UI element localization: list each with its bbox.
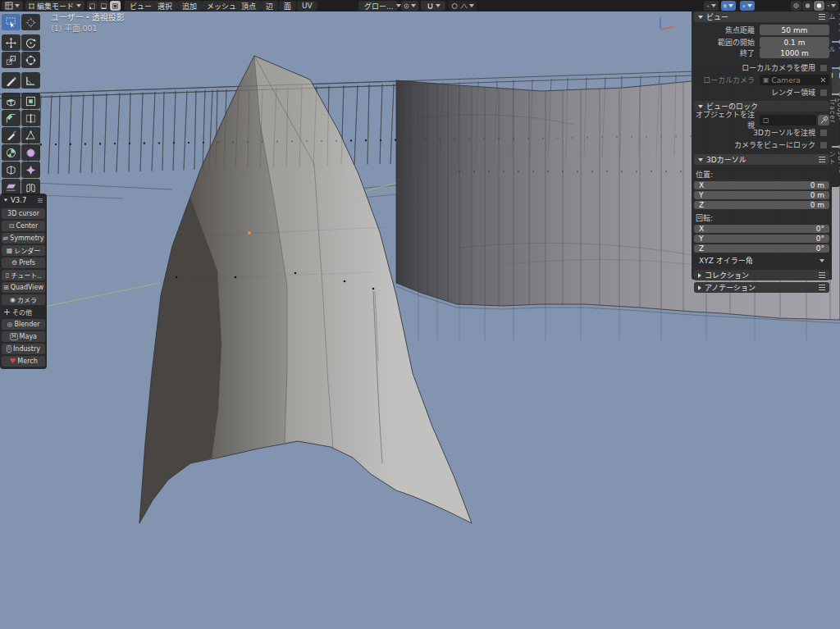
panel-menu-icon[interactable] — [819, 159, 825, 160]
tool-annotate[interactable] — [2, 72, 21, 89]
cursor-rotation-z[interactable]: Z 0° — [694, 244, 829, 253]
focal-length-label: 焦点距離 — [694, 25, 760, 35]
tool-move[interactable] — [2, 34, 21, 51]
clip-start-value[interactable]: 0.1 m — [760, 37, 829, 48]
panel-header-annotations[interactable]: アノテーション — [694, 282, 829, 293]
menu-select[interactable]: 選択 — [153, 1, 177, 11]
lock-object-field[interactable]: ▢ — [760, 115, 816, 125]
tool-loop-cut[interactable] — [21, 110, 40, 126]
select-mode-edge[interactable] — [98, 1, 109, 11]
axis-label: X — [699, 225, 704, 233]
tab-label: Loop-Tracer — [829, 95, 840, 146]
quick-button-camera[interactable]: ◉カメラ — [2, 294, 45, 305]
cursor-rotation-x[interactable]: X 0° — [694, 225, 829, 233]
quick-button-center[interactable]: ⊡Center — [2, 221, 45, 231]
panel-menu-icon[interactable] — [38, 200, 43, 201]
tool-smooth[interactable] — [21, 144, 40, 161]
tool-inset-faces[interactable] — [21, 93, 40, 109]
tab-tool[interactable]: ツール — [832, 43, 840, 67]
panel-header-3d-cursor[interactable]: 3Dカーソル — [694, 154, 829, 165]
tool-measure[interactable] — [21, 72, 40, 89]
tool-transform[interactable] — [21, 52, 40, 68]
panel-header-collections[interactable]: コレクション — [694, 270, 829, 280]
select-mode-vertex[interactable] — [87, 1, 98, 11]
mode-dropdown[interactable]: 編集モード — [25, 1, 84, 11]
transform-orientation-dropdown[interactable]: グロー... — [358, 1, 398, 11]
shading-material-button[interactable] — [814, 1, 824, 11]
tool-rotate[interactable] — [21, 34, 40, 51]
quick-row-others[interactable]: その他 — [2, 307, 45, 317]
show-overlays-dropdown[interactable] — [740, 1, 755, 11]
viewport-overlay-text: ユーザー・透視投影 (1) 平面.001 — [51, 12, 125, 34]
tab-view[interactable]: ビュー — [832, 69, 840, 93]
tool-spin[interactable] — [2, 144, 21, 161]
tool-shrink-fatten[interactable] — [21, 162, 40, 178]
eyedropper-button[interactable] — [818, 115, 829, 125]
shading-solid-button[interactable] — [802, 1, 813, 11]
snap-controls[interactable] — [421, 1, 445, 11]
local-camera-field[interactable]: ▣ Camera — [760, 75, 829, 85]
quick-panel-header[interactable]: V3.7 — [2, 195, 45, 207]
tool-3d-cursor[interactable] — [21, 14, 40, 30]
cursor-location-x[interactable]: X 0 m — [694, 181, 829, 189]
quick-button-prefs[interactable]: ⚙Prefs — [2, 258, 45, 268]
tab-item[interactable]: アイテム — [832, 10, 840, 41]
tool-rip-region[interactable] — [21, 179, 40, 195]
quick-button-render[interactable]: ▦レンダー — [2, 245, 45, 256]
proportional-editing-controls[interactable] — [449, 1, 477, 11]
panel-menu-icon[interactable] — [819, 275, 825, 276]
tool-edge-slide[interactable] — [2, 162, 21, 178]
panel-header-view[interactable]: ビュー — [694, 11, 829, 22]
object-origin-dot — [248, 231, 251, 235]
axis-label: Z — [699, 201, 704, 209]
quick-button-merch[interactable]: ♥Merch — [2, 356, 45, 367]
clip-end-value[interactable]: 1000 m — [760, 48, 829, 58]
focal-length-value[interactable]: 50 mm — [760, 25, 829, 35]
editor-type-button[interactable] — [2, 1, 23, 11]
tool-poly-build[interactable] — [21, 127, 40, 144]
menu-add[interactable]: 追加 — [177, 1, 202, 11]
wireframe-sphere-icon — [793, 2, 799, 10]
shading-rendered-button[interactable] — [825, 1, 838, 11]
tab-label: ツール — [827, 43, 840, 67]
cursor-location-z[interactable]: Z 0 m — [694, 201, 829, 209]
quick-button-blender[interactable]: ◎Blender — [2, 319, 45, 330]
quick-button-symmetry[interactable]: ⇌Symmetry — [2, 233, 45, 244]
quick-button-maya[interactable]: MMaya — [2, 331, 45, 342]
clear-icon[interactable] — [820, 77, 826, 83]
tool-select-box[interactable] — [2, 14, 21, 30]
menu-edge[interactable]: 辺 — [261, 1, 278, 11]
quick-button-tutorial[interactable]: ▯チュート.. — [2, 270, 45, 280]
industry-badge-icon: I — [7, 345, 11, 353]
menu-face[interactable]: 面 — [279, 1, 296, 11]
select-mode-face[interactable] — [110, 1, 121, 11]
shading-wireframe-button[interactable] — [791, 1, 801, 11]
tab-3d-print[interactable]: 3Dプリント — [832, 148, 840, 187]
tool-shear[interactable] — [2, 179, 21, 195]
menu-mesh[interactable]: メッシュ — [202, 1, 241, 11]
lock-to-3d-cursor-checkbox[interactable] — [819, 129, 828, 137]
tool-bevel[interactable] — [2, 110, 21, 126]
tool-scale[interactable] — [2, 52, 21, 68]
cursor-location-y[interactable]: Y 0 m — [694, 191, 829, 199]
quick-button-label: QuadView — [11, 284, 43, 291]
tab-loop-tracer[interactable]: Loop-Tracer — [832, 95, 840, 146]
panel-menu-icon[interactable] — [819, 16, 825, 17]
tool-extrude-region[interactable] — [2, 93, 21, 109]
show-gizmo-dropdown[interactable] — [704, 1, 719, 11]
quick-button-industry[interactable]: IIndustry — [2, 344, 45, 354]
menu-vertex[interactable]: 頂点 — [236, 1, 261, 11]
quick-button-quadview[interactable]: ⊞QuadView — [2, 282, 45, 293]
cursor-rotation-y[interactable]: Y 0° — [694, 235, 829, 243]
tab-label: ビュー — [827, 69, 840, 93]
menu-uv[interactable]: UV — [297, 1, 317, 11]
quick-panel-title: V3.7 — [11, 196, 26, 204]
rotation-mode-dropdown[interactable]: XYZ オイラー角 — [694, 255, 829, 266]
pivot-point-dropdown[interactable] — [401, 1, 418, 11]
panel-menu-icon[interactable] — [819, 287, 825, 288]
xray-toggle[interactable] — [721, 1, 736, 11]
quick-button-3d-cursor[interactable]: 3D cursor — [2, 208, 45, 219]
expand-triangle-icon — [698, 285, 701, 290]
tool-knife[interactable] — [2, 127, 21, 144]
expand-triangle-icon — [698, 273, 701, 278]
